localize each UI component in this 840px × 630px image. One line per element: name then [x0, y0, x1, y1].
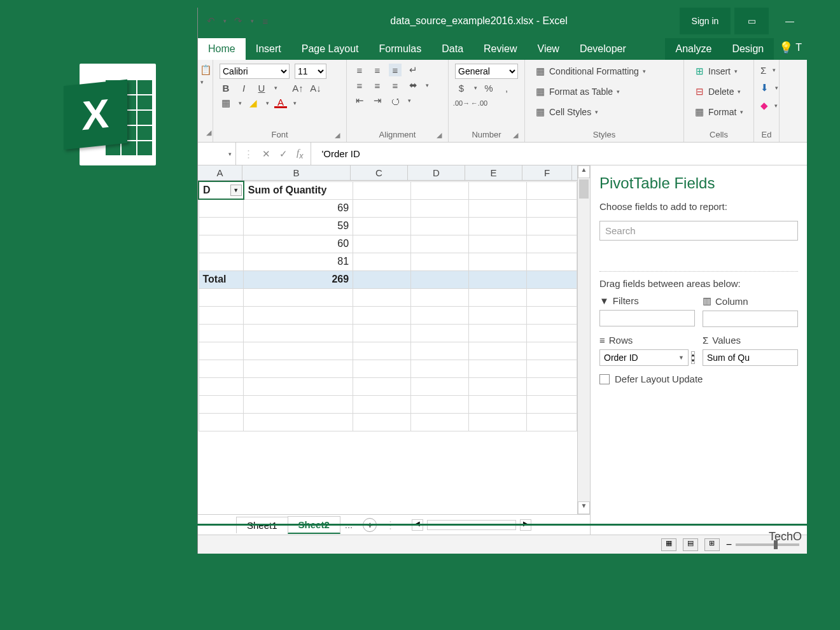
col-b[interactable]: B — [242, 165, 351, 180]
signin-button[interactable]: Sign in — [680, 8, 731, 34]
sigma-icon: Σ — [703, 335, 708, 346]
align-center-icon[interactable]: ≡ — [371, 79, 384, 92]
conditional-formatting-button[interactable]: ▦Conditional Formatting▾ — [531, 64, 677, 79]
drag-instructions: Drag fields between areas below: — [599, 278, 798, 289]
format-cells-button[interactable]: ▦Format▾ — [690, 104, 747, 120]
comma-button[interactable]: , — [500, 81, 513, 94]
paste-icon[interactable]: 📋 — [199, 64, 212, 76]
format-as-table-button[interactable]: ▦Format as Table▾ — [531, 84, 677, 99]
titlebar: ↶▾ ↷▾ ≡ data_source_example2016.xlsx - E… — [198, 8, 807, 34]
italic-button[interactable]: I — [237, 81, 250, 94]
font-size-select[interactable]: 11 — [295, 64, 326, 79]
tab-insert[interactable]: Insert — [246, 38, 291, 60]
orientation-button[interactable]: ⭯ — [389, 94, 402, 107]
fx-icon[interactable]: fx — [297, 148, 303, 160]
filter-dropdown-icon[interactable]: ▼ — [230, 185, 242, 196]
tab-page-layout[interactable]: Page Layout — [291, 38, 369, 60]
col-c[interactable]: C — [351, 165, 408, 180]
scroll-thumb[interactable] — [579, 179, 589, 199]
col-d[interactable]: D — [408, 165, 465, 180]
decrease-indent-icon[interactable]: ⇤ — [353, 94, 366, 107]
column-headers[interactable]: A B C D E F — [198, 165, 577, 181]
alignment-dialog-icon[interactable]: ◢ — [437, 131, 442, 139]
view-page-layout-button[interactable]: ▤ — [683, 538, 698, 551]
table-icon: ▦ — [534, 85, 547, 98]
tab-view[interactable]: View — [528, 38, 570, 60]
delete-cells-button[interactable]: ⊟Delete▾ — [690, 84, 747, 99]
excel-x: X — [82, 90, 109, 139]
cond-format-icon: ▦ — [534, 65, 547, 78]
align-middle-icon[interactable]: ≡ — [371, 64, 384, 76]
decrease-decimal-button[interactable]: ←.00 — [473, 97, 486, 109]
minimize-button[interactable]: — — [773, 8, 807, 34]
align-right-icon[interactable]: ≡ — [389, 79, 402, 92]
number-dialog-icon[interactable]: ◢ — [513, 131, 518, 139]
col-f[interactable]: F — [522, 165, 572, 180]
rows-area[interactable]: Order ID▼ — [599, 349, 689, 366]
col-a[interactable]: A — [198, 165, 242, 180]
split-handle-icon[interactable]: ⋮ — [244, 148, 253, 160]
watermark: TechO — [769, 530, 802, 543]
font-dialog-icon[interactable]: ◢ — [335, 131, 340, 139]
tab-developer[interactable]: Developer — [570, 38, 636, 60]
grow-font-button[interactable]: A↑ — [291, 81, 304, 94]
tab-formulas[interactable]: Formulas — [369, 38, 432, 60]
undo-icon[interactable]: ↶ — [204, 15, 217, 27]
tab-design[interactable]: Design — [722, 38, 774, 60]
scroll-down-icon[interactable]: ▼ — [578, 501, 590, 514]
increase-decimal-button[interactable]: .00→ — [455, 97, 468, 109]
name-box[interactable]: ▾ — [198, 143, 236, 165]
font-name-select[interactable]: Calibri — [220, 64, 290, 79]
vertical-scrollbar[interactable]: ▲ ▼ — [577, 165, 590, 514]
underline-button[interactable]: U — [255, 81, 268, 94]
cells-grid[interactable]: D▼ Sum of Quantity 69 59 60 81 Total269 — [198, 181, 577, 514]
number-format-select[interactable]: General — [455, 64, 518, 79]
bold-button[interactable]: B — [220, 81, 232, 94]
enter-formula-icon[interactable]: ✓ — [279, 148, 288, 160]
excel-window: ↶▾ ↷▾ ≡ data_source_example2016.xlsx - E… — [197, 8, 807, 554]
cancel-formula-icon[interactable]: ✕ — [262, 148, 270, 160]
font-color-button[interactable]: A — [274, 98, 287, 108]
scroll-up-icon[interactable]: ▲ — [578, 165, 590, 178]
align-left-icon[interactable]: ≡ — [353, 79, 366, 92]
merge-button[interactable]: ⬌ — [407, 79, 419, 92]
pivot-search-input[interactable]: Search — [599, 221, 798, 241]
restore-button[interactable]: ▭ — [734, 8, 769, 34]
tell-me[interactable]: 💡T — [774, 36, 807, 60]
tab-data[interactable]: Data — [431, 38, 473, 60]
formula-value[interactable]: 'Order ID — [311, 148, 360, 159]
shrink-font-button[interactable]: A↓ — [309, 81, 322, 94]
columns-area[interactable] — [703, 311, 798, 327]
view-page-break-button[interactable]: ⊞ — [704, 538, 720, 551]
clear-button[interactable]: ◆ — [760, 99, 768, 112]
currency-button[interactable]: $ — [455, 81, 468, 94]
clipboard-dialog-icon[interactable]: ◢ — [206, 129, 211, 137]
increase-indent-icon[interactable]: ⇥ — [371, 94, 384, 107]
autosum-button[interactable]: Σ — [760, 64, 766, 76]
redo-icon[interactable]: ↷ — [232, 15, 244, 27]
tab-review[interactable]: Review — [473, 38, 527, 60]
view-normal-button[interactable]: ▦ — [661, 538, 676, 551]
align-top-icon[interactable]: ≡ — [353, 64, 366, 76]
fill-button[interactable]: ⬇ — [760, 81, 769, 94]
insert-cells-button[interactable]: ⊞Insert▾ — [690, 64, 747, 79]
rows-spinner[interactable]: ▴▾ — [691, 351, 695, 364]
insert-icon: ⊞ — [693, 65, 706, 78]
borders-button[interactable]: ▦ — [220, 97, 232, 109]
qat-customize-icon[interactable]: ≡ — [259, 15, 272, 27]
align-bottom-icon[interactable]: ≡ — [389, 64, 402, 76]
defer-update[interactable]: Defer Layout Update — [599, 374, 798, 384]
defer-checkbox[interactable] — [599, 374, 610, 384]
cell-styles-button[interactable]: ▦Cell Styles▾ — [531, 104, 677, 120]
percent-button[interactable]: % — [482, 81, 495, 94]
tab-analyze[interactable]: Analyze — [665, 38, 722, 60]
zoom-out-icon[interactable]: − — [726, 539, 732, 550]
fill-color-button[interactable]: ◢ — [247, 97, 260, 109]
tab-home[interactable]: Home — [198, 38, 246, 60]
wrap-text-button[interactable]: ↵ — [407, 64, 419, 76]
ribbon-tabs: Home Insert Page Layout Formulas Data Re… — [198, 34, 807, 60]
filters-area[interactable] — [599, 310, 695, 326]
pane-subtitle: Choose fields to add to report: — [599, 201, 798, 212]
values-area[interactable]: Sum of Qu — [703, 349, 798, 366]
col-e[interactable]: E — [465, 165, 522, 180]
